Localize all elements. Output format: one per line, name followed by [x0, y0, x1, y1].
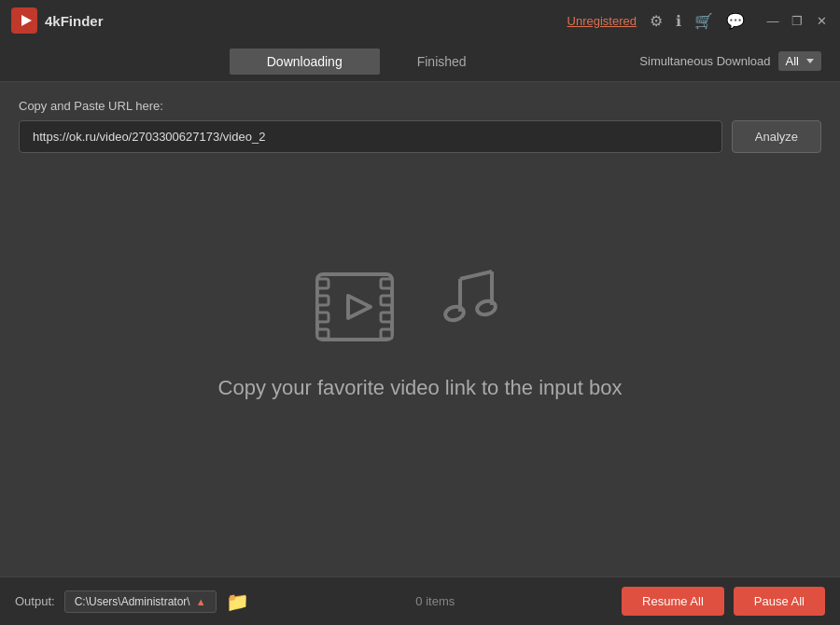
app-logo-icon: [11, 7, 37, 34]
bottom-bar: Output: C:\Users\Administrator\ ▲ 📁 0 it…: [0, 576, 840, 625]
tab-bar: Downloading Finished Simultaneous Downlo…: [0, 41, 840, 82]
svg-rect-3: [317, 279, 329, 288]
film-strip-icon: [313, 260, 415, 354]
path-arrow-icon: ▲: [196, 596, 206, 607]
svg-rect-4: [317, 296, 329, 305]
cart-icon[interactable]: 🛒: [694, 12, 713, 30]
title-bar-right: Unregistered ⚙ ℹ 🛒 💬 — ❐ ✕: [567, 12, 829, 30]
music-note-icon: [434, 260, 527, 354]
items-count: 0 items: [259, 594, 612, 608]
tabs-group: Downloading Finished: [93, 49, 639, 75]
svg-point-16: [476, 299, 497, 317]
simultaneous-dropdown[interactable]: All: [778, 51, 821, 71]
main-content: Copy and Paste URL here: Analyze: [0, 82, 840, 153]
output-path-text: C:\Users\Administrator\: [75, 595, 190, 608]
close-button[interactable]: ✕: [814, 13, 829, 28]
svg-rect-5: [317, 312, 329, 322]
simultaneous-download-group: Simultaneous Download All: [639, 51, 821, 71]
open-folder-button[interactable]: 📁: [226, 590, 249, 613]
simultaneous-label: Simultaneous Download: [639, 54, 770, 68]
svg-point-15: [444, 305, 466, 323]
url-row: Analyze: [19, 120, 821, 153]
window-controls: — ❐ ✕: [765, 13, 829, 28]
info-icon[interactable]: ℹ: [676, 12, 681, 30]
restore-button[interactable]: ❐: [790, 13, 805, 28]
output-path-display: C:\Users\Administrator\ ▲: [64, 590, 217, 613]
tab-downloading[interactable]: Downloading: [230, 49, 380, 75]
analyze-button[interactable]: Analyze: [732, 120, 821, 153]
title-bar: 4kFinder Unregistered ⚙ ℹ 🛒 💬 — ❐ ✕: [0, 0, 840, 41]
chevron-down-icon: [806, 59, 814, 63]
empty-state: Copy your favorite video link to the inp…: [0, 153, 840, 507]
minimize-button[interactable]: —: [765, 13, 780, 28]
svg-line-13: [460, 271, 492, 279]
app-title: 4kFinder: [45, 13, 104, 29]
url-label: Copy and Paste URL here:: [19, 99, 821, 113]
svg-rect-6: [317, 329, 329, 339]
url-input[interactable]: [19, 120, 722, 153]
output-label: Output:: [15, 594, 55, 608]
unregistered-link[interactable]: Unregistered: [567, 14, 637, 28]
title-bar-left: 4kFinder: [11, 7, 104, 34]
simultaneous-value: All: [786, 54, 799, 68]
svg-rect-10: [381, 329, 392, 339]
svg-rect-8: [381, 296, 392, 305]
empty-state-message: Copy your favorite video link to the inp…: [218, 376, 623, 400]
resume-all-button[interactable]: Resume All: [622, 587, 724, 616]
svg-rect-7: [381, 279, 392, 288]
pause-all-button[interactable]: Pause All: [734, 587, 825, 616]
svg-marker-11: [348, 296, 371, 318]
empty-state-icons: [313, 260, 527, 354]
chat-icon[interactable]: 💬: [726, 12, 745, 30]
gear-icon[interactable]: ⚙: [650, 12, 663, 30]
tab-finished[interactable]: Finished: [380, 49, 504, 75]
svg-rect-9: [381, 312, 392, 322]
